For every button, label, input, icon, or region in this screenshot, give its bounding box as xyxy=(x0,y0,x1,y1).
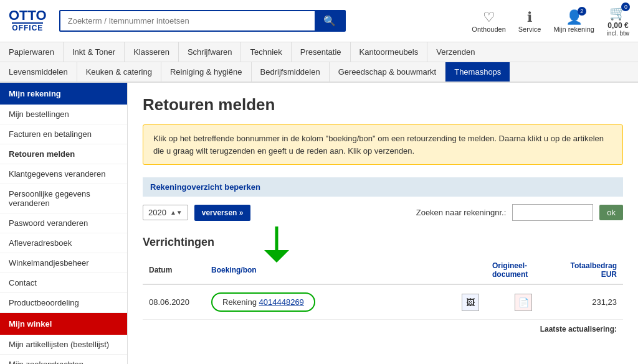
year-select[interactable]: 2020 ▲▼ xyxy=(143,205,188,220)
user-icon: 👤 2 xyxy=(566,9,583,26)
search-button[interactable]: 🔍 xyxy=(315,11,345,30)
header-icon-mijn-rekening[interactable]: 👤 2 Mijn rekening xyxy=(553,9,594,33)
nav-top-kantoor[interactable]: Kantoormeubels xyxy=(351,42,428,62)
header-icon-onthouden[interactable]: ♡ Onthouden xyxy=(472,9,505,33)
sidebar-section-title-2: Mijn winkel xyxy=(0,313,127,335)
last-update: Laatste actualisering: xyxy=(143,320,623,338)
main-content: Retouren melden Klik op het betreffende … xyxy=(128,83,638,364)
sidebar-item-persoonlijk[interactable]: Persoonlijke gegevens veranderen xyxy=(0,184,127,213)
table-container: Datum Boeking/bon Origineel-document Tot… xyxy=(143,256,623,338)
sidebar-item-artikellijsten[interactable]: Mijn artikellijsten (bestellijst) xyxy=(0,335,127,355)
content-wrapper: Mijn rekening Mijn bestellingen Facturen… xyxy=(0,83,638,364)
ok-button[interactable]: ok xyxy=(599,205,623,220)
cart-label: incl. btw xyxy=(607,30,629,37)
info-box: Klik op het betreffende bonnummer in de … xyxy=(143,124,623,165)
col-boeking: Boeking/bon xyxy=(205,256,455,284)
nav-top-verzenden[interactable]: Verzenden xyxy=(427,42,483,62)
nav-top-schrijfwaren[interactable]: Schrijfwaren xyxy=(179,42,242,62)
sidebar-item-zoekopdrachten[interactable]: Mijn zoekopdrachten xyxy=(0,355,127,364)
header: OTTO OFFICE 🔍 ♡ Onthouden ℹ Service 👤 2 … xyxy=(0,0,638,42)
header-icon-winkelmandje[interactable]: 🛒 0 0,00 € incl. btw xyxy=(607,5,629,37)
nav-top-papierwaren[interactable]: Papierwaren xyxy=(0,42,64,62)
filter-row: 2020 ▲▼ verversen » Zoeken naar rekening… xyxy=(143,204,623,221)
cart-icon: 🛒 0 xyxy=(609,5,626,21)
section-header: Rekeningoverzicht beperken xyxy=(143,177,623,197)
image-doc-icon[interactable]: 🖼 xyxy=(462,294,479,311)
header-icons: ♡ Onthouden ℹ Service 👤 2 Mijn rekening … xyxy=(472,5,629,37)
search-rekeningnr-input[interactable] xyxy=(512,204,593,221)
rekening-link[interactable]: 4014448269 xyxy=(259,297,304,307)
year-arrows-icon: ▲▼ xyxy=(170,209,183,216)
svg-marker-1 xyxy=(264,250,289,263)
nav-reiniging[interactable]: Reiniging & hygiëne xyxy=(161,62,252,82)
cell-origineel[interactable]: 📄 xyxy=(486,284,561,320)
cell-datum: 08.06.2020 xyxy=(143,284,205,320)
rekening-badge: 2 xyxy=(578,7,586,16)
nav-top-presentatie[interactable]: Presentatie xyxy=(292,42,351,62)
col-empty xyxy=(455,256,486,284)
nav-bedrijfsmiddelen[interactable]: Bedrijfsmiddelen xyxy=(252,62,330,82)
main-nav-bottom: Levensmiddelen Keuken & catering Reinigi… xyxy=(0,62,638,83)
sidebar-section-title-1: Mijn rekening xyxy=(0,83,127,105)
col-datum: Datum xyxy=(143,256,205,284)
sidebar-item-contact[interactable]: Contact xyxy=(0,273,127,293)
rekening-text: Rekening xyxy=(222,297,259,307)
pdf-doc-icon[interactable]: 📄 xyxy=(515,294,532,311)
nav-top-inkt[interactable]: Inkt & Toner xyxy=(64,42,125,62)
logo[interactable]: OTTO OFFICE xyxy=(9,9,47,32)
logo-bottom: OFFICE xyxy=(12,22,43,32)
sidebar-item-paswoord[interactable]: Paswoord veranderen xyxy=(0,213,127,233)
refresh-button[interactable]: verversen » xyxy=(194,205,251,221)
info-icon: ℹ xyxy=(527,9,532,26)
sidebar: Mijn rekening Mijn bestellingen Facturen… xyxy=(0,83,128,364)
year-value: 2020 xyxy=(148,208,166,217)
cart-badge: 0 xyxy=(621,2,630,11)
cell-doc-icon1[interactable]: 🖼 xyxy=(455,284,486,320)
logo-top: OTTO xyxy=(9,9,47,22)
rekening-bordered[interactable]: Rekening 4014448269 xyxy=(211,292,315,312)
heart-icon: ♡ xyxy=(483,9,495,26)
search-label: Zoeken naar rekeningnr.: xyxy=(416,208,507,217)
main-nav-top: Papierwaren Inkt & Toner Klasseren Schri… xyxy=(0,42,638,62)
nav-levensmiddelen[interactable]: Levensmiddelen xyxy=(0,62,77,82)
table-row: 08.06.2020 Rekening 4014448269 🖼 📄 xyxy=(143,284,623,320)
verrichtingen-title: Verrichtingen xyxy=(143,236,623,249)
nav-top-klasseren[interactable]: Klasseren xyxy=(125,42,179,62)
data-table: Datum Boeking/bon Origineel-document Tot… xyxy=(143,256,623,320)
cell-boeking: Rekening 4014448269 xyxy=(205,284,455,320)
service-label: Service xyxy=(518,26,541,33)
nav-top-techniek[interactable]: Techniek xyxy=(241,42,291,62)
search-input[interactable] xyxy=(60,11,315,30)
col-totaal: Totaalbedrag EUR xyxy=(561,256,623,284)
sidebar-item-facturen[interactable]: Facturen en betalingen xyxy=(0,124,127,144)
sidebar-item-adresboek[interactable]: Afleveradresboek xyxy=(0,233,127,253)
nav-themashops[interactable]: Themashops xyxy=(445,62,510,82)
sidebar-item-productbeoordeling[interactable]: Productbeoordeling xyxy=(0,293,127,313)
green-arrow-indicator xyxy=(264,226,289,264)
header-icon-service[interactable]: ℹ Service xyxy=(518,9,541,33)
cell-totaal: 231,23 xyxy=(561,284,623,320)
onthouden-label: Onthouden xyxy=(472,26,505,33)
cart-info: 0,00 € incl. btw xyxy=(607,21,629,37)
page-title: Retouren melden xyxy=(143,95,623,114)
cart-price: 0,00 € xyxy=(607,21,629,30)
col-origineel: Origineel-document xyxy=(486,256,561,284)
nav-keuken[interactable]: Keuken & catering xyxy=(77,62,161,82)
sidebar-item-klantgegevens[interactable]: Klantgegevens veranderen xyxy=(0,164,127,184)
nav-gereedschap[interactable]: Gereedschap & bouwmarkt xyxy=(330,62,446,82)
sidebar-item-retouren[interactable]: Retouren melden xyxy=(0,144,127,164)
mijn-rekening-label: Mijn rekening xyxy=(553,26,594,33)
sidebar-item-bestellingen[interactable]: Mijn bestellingen xyxy=(0,105,127,124)
sidebar-item-winkelmandjes[interactable]: Winkelmandjesbeheer xyxy=(0,253,127,273)
search-bar: 🔍 xyxy=(59,10,346,32)
